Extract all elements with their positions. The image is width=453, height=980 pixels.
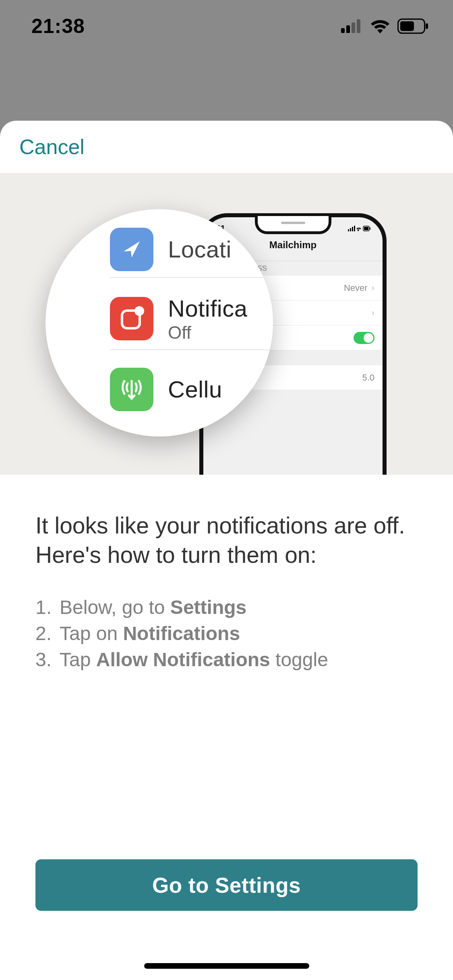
status-bar: 21:38 xyxy=(0,0,453,52)
svg-rect-9 xyxy=(352,227,353,231)
sheet-content: It looks like your notifications are off… xyxy=(0,475,453,673)
battery-icon xyxy=(397,19,429,34)
mag-cellular-label: Cellu xyxy=(168,376,222,403)
step-number: 3. xyxy=(35,647,60,673)
mag-row-notifications: Notifica Off xyxy=(110,288,273,350)
step-number: 2. xyxy=(35,621,60,647)
toggle-on-icon xyxy=(354,332,374,344)
svg-rect-5 xyxy=(400,21,414,31)
location-icon xyxy=(110,228,153,271)
svg-rect-8 xyxy=(350,228,351,231)
phone-notch xyxy=(255,216,331,234)
step-item: 3. Tap Allow Notifications toggle xyxy=(35,647,418,673)
step-text: Tap Allow Notifications toggle xyxy=(60,647,418,673)
sheet-header: Cancel xyxy=(0,121,453,173)
step-text: Tap on Notifications xyxy=(60,621,418,647)
phone-row-value: Never xyxy=(344,283,368,293)
svg-point-15 xyxy=(134,306,144,316)
step-text: Below, go to Settings xyxy=(60,595,418,621)
go-to-settings-button[interactable]: Go to Settings xyxy=(35,859,418,911)
heading: It looks like your notifications are off… xyxy=(35,511,418,570)
notifications-icon xyxy=(110,297,153,340)
phone-row-value: 5.0 xyxy=(362,373,374,383)
svg-rect-3 xyxy=(357,19,360,33)
chevron-right-icon: › xyxy=(372,308,374,318)
phone-status-indicators xyxy=(348,223,370,239)
svg-rect-1 xyxy=(346,25,350,33)
chevron-right-icon: › xyxy=(372,283,374,293)
mag-notifications-status: Off xyxy=(168,323,247,343)
cancel-button[interactable]: Cancel xyxy=(19,135,85,159)
modal-sheet: Cancel 41 Mailchimp MP TO ACCESS Never› xyxy=(0,121,453,980)
svg-rect-6 xyxy=(426,23,428,29)
steps-list: 1. Below, go to Settings 2. Tap on Notif… xyxy=(35,595,418,673)
step-item: 2. Tap on Notifications xyxy=(35,621,418,647)
magnifier: Locati Notifica Off xyxy=(46,209,273,436)
step-number: 1. xyxy=(35,595,60,621)
cellular-data-icon xyxy=(110,368,153,411)
mag-location-label: Locati xyxy=(168,236,232,263)
svg-rect-10 xyxy=(354,226,355,231)
cellular-icon xyxy=(341,19,363,33)
svg-rect-7 xyxy=(348,229,349,231)
svg-rect-2 xyxy=(352,23,355,33)
wifi-icon xyxy=(370,19,390,33)
step-item: 1. Below, go to Settings xyxy=(35,595,418,621)
illustration: 41 Mailchimp MP TO ACCESS Never› › xyxy=(0,173,453,475)
svg-rect-0 xyxy=(341,28,345,33)
status-icons xyxy=(341,19,429,34)
status-time: 21:38 xyxy=(31,14,85,38)
svg-rect-13 xyxy=(370,227,370,230)
home-indicator[interactable] xyxy=(144,963,309,969)
mag-notifications-label: Notifica xyxy=(168,295,247,322)
svg-rect-12 xyxy=(364,227,368,230)
